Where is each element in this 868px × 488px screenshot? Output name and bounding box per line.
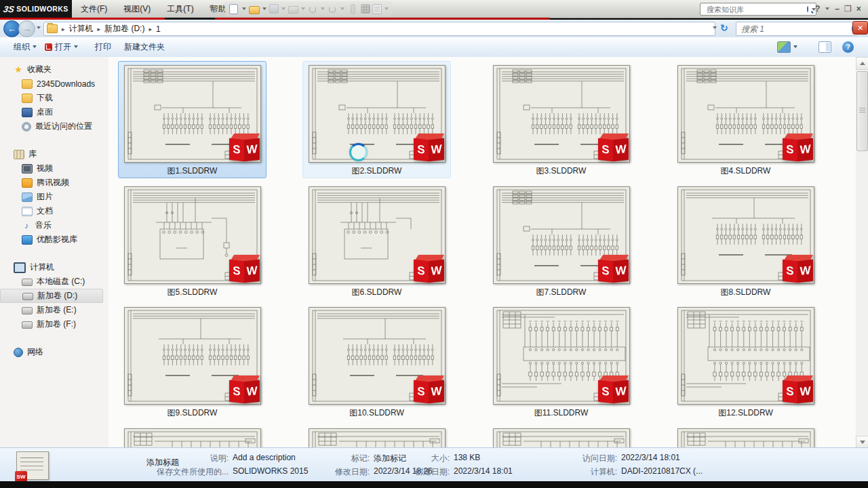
breadcrumb-item-1[interactable]: 新加卷 (D:)	[103, 22, 146, 35]
redo-dropdown-caret[interactable]	[340, 7, 344, 10]
sidebar-item-新加卷 (D:)[interactable]: 新加卷 (D:)	[0, 289, 103, 303]
file-item-图6.SLDDRW[interactable]: SW图6.SLDDRW	[302, 182, 451, 300]
save-icon[interactable]	[269, 4, 279, 14]
menu-item-1[interactable]: 视图(V)	[121, 2, 153, 16]
file-item-partial-13[interactable]	[302, 424, 451, 447]
sidebar-item-label: 腾讯视频	[37, 177, 69, 188]
details-value-3-0: 2022/3/14 18:01	[621, 453, 680, 462]
preview-pane-button[interactable]	[818, 37, 831, 56]
disk-icon	[22, 279, 33, 286]
report-icon[interactable]	[372, 4, 382, 14]
report-dropdown-caret[interactable]	[384, 7, 389, 10]
file-item-partial-12[interactable]	[118, 424, 267, 447]
video-overlay-close-button[interactable]: ✕	[852, 21, 868, 35]
file-item-图1.SLDDRW[interactable]: SW图1.SLDDRW	[118, 61, 267, 178]
file-item-图11.SLDDRW[interactable]: SW图11.SLDDRW	[487, 303, 635, 420]
favorites-star-icon: ★	[14, 66, 23, 74]
sidebar-item-2345Downloads[interactable]: 2345Downloads	[0, 77, 108, 91]
sidebar-item-收藏夹[interactable]: ★收藏夹	[0, 62, 108, 77]
sidebar-item-库[interactable]: 库	[0, 147, 108, 161]
print-dropdown-caret[interactable]	[301, 7, 305, 10]
file-item-图4.SLDDRW[interactable]: SW图4.SLDDRW	[671, 61, 820, 178]
sidebar-item-label: 新加卷 (E:)	[37, 304, 77, 316]
network-icon	[14, 348, 23, 357]
grid-table-icon[interactable]	[361, 4, 370, 14]
file-item-图10.SLDDRW[interactable]: SW图10.SLDDRW	[302, 303, 451, 420]
close-button[interactable]: ×	[856, 4, 861, 14]
sidebar-item-桌面[interactable]: 桌面	[0, 105, 108, 119]
restore-button[interactable]: ❐	[844, 4, 852, 14]
file-thumbnail	[488, 425, 635, 447]
open-file-icon[interactable]	[249, 6, 260, 14]
file-item-图9.SLDDRW[interactable]: SW图9.SLDDRW	[118, 303, 267, 420]
knowledge-search-box[interactable]	[700, 3, 816, 16]
folder-search-box[interactable]	[736, 22, 858, 36]
file-item-图7.SLDDRW[interactable]: SW图7.SLDDRW	[487, 182, 635, 300]
solidworks-cube-icon: SW	[229, 255, 261, 285]
forward-button[interactable]: →	[18, 20, 35, 37]
sidebar-item-网络[interactable]: 网络	[0, 345, 108, 359]
print-icon[interactable]	[288, 6, 298, 14]
new-folder-button[interactable]: 新建文件夹	[124, 37, 165, 56]
solidworks-badge-icon: SW	[15, 471, 27, 482]
sidebar-item-文档[interactable]: 文档	[0, 204, 108, 218]
help-icon[interactable]: ?	[815, 4, 820, 14]
new-document-icon[interactable]	[229, 4, 238, 14]
window-buttons: ? – ❐ ×	[815, 0, 861, 18]
menu-item-0[interactable]: 文件(F)	[79, 2, 109, 16]
sidebar-item-最近访问的位置[interactable]: 最近访问的位置	[0, 119, 108, 134]
scroll-up-button[interactable]	[856, 57, 868, 70]
refresh-button[interactable]: ↻	[720, 22, 728, 33]
open-file-dropdown-caret[interactable]	[262, 7, 267, 10]
pen-icon[interactable]: ✎	[209, 3, 216, 13]
sidebar-item-新加卷 (F:)[interactable]: 新加卷 (F:)	[0, 317, 108, 331]
folder-search-input[interactable]	[740, 24, 849, 35]
save-dropdown-caret[interactable]	[281, 7, 285, 10]
change-view-button[interactable]	[777, 37, 797, 56]
file-item-图8.SLDDRW[interactable]: SW图8.SLDDRW	[671, 182, 820, 300]
details-label-保存文件所使用的: 保存文件所使用的...	[120, 466, 229, 478]
open-button[interactable]: 打开	[45, 37, 78, 56]
minimize-button[interactable]: –	[835, 4, 840, 14]
print-button[interactable]: 打印	[95, 37, 111, 56]
history-dropdown-caret[interactable]	[37, 26, 41, 29]
knowledge-search-input[interactable]	[705, 5, 804, 14]
file-item-图12.SLDDRW[interactable]: SW图12.SLDDRW	[671, 303, 820, 420]
preview-pane-icon	[818, 41, 831, 53]
sidebar-item-视频[interactable]: 视频	[0, 161, 108, 176]
sidebar-item-label: 本地磁盘 (C:)	[37, 276, 85, 287]
sidebar-item-图片[interactable]: 图片	[0, 190, 108, 204]
file-thumbnail	[119, 425, 266, 447]
breadcrumb-item-0[interactable]: 计算机	[68, 22, 95, 35]
file-thumbnail: SW	[672, 62, 819, 164]
file-item-图2.SLDDRW[interactable]: SW图2.SLDDRW	[302, 61, 451, 178]
file-item-图5.SLDDRW[interactable]: SW图5.SLDDRW	[118, 182, 267, 300]
sidebar-item-本地磁盘 (C:)[interactable]: 本地磁盘 (C:)	[0, 274, 108, 289]
sidebar-item-下载[interactable]: 下载	[0, 91, 108, 105]
details-value-0-0[interactable]: Add a description	[233, 453, 296, 462]
breadcrumb[interactable]: ▸计算机▸新加卷 (D:)▸1	[43, 22, 715, 36]
address-dropdown-caret[interactable]	[713, 26, 717, 29]
help-dropdown-caret[interactable]	[825, 7, 829, 10]
file-item-partial-14[interactable]	[487, 424, 635, 447]
sidebar-item-新加卷 (E:)[interactable]: 新加卷 (E:)	[0, 303, 108, 317]
undo-dropdown-caret[interactable]	[321, 7, 325, 10]
sidebar-item-优酷影视库[interactable]: 优酷影视库	[0, 232, 108, 247]
sidebar-item-计算机[interactable]: 计算机	[0, 260, 108, 274]
file-item-partial-15[interactable]	[671, 424, 820, 447]
file-name-label: 图4.SLDDRW	[672, 165, 819, 177]
breadcrumb-item-2[interactable]: 1	[155, 24, 162, 35]
scrollbar-thumb[interactable]	[856, 71, 868, 151]
sidebar-item-腾讯视频[interactable]: 腾讯视频	[0, 176, 108, 190]
menu-item-2[interactable]: 工具(T)	[165, 2, 195, 16]
new-document-dropdown-caret[interactable]	[242, 7, 246, 10]
file-item-图3.SLDDRW[interactable]: SW图3.SLDDRW	[487, 61, 635, 178]
sidebar-item-音乐[interactable]: ♪音乐	[0, 218, 108, 232]
help-button[interactable]: ?	[842, 37, 854, 56]
redo-icon[interactable]	[328, 4, 338, 14]
undo-icon[interactable]	[308, 4, 318, 14]
organize-button[interactable]: 组织	[14, 37, 37, 56]
attach-icon[interactable]	[351, 4, 355, 14]
vertical-scrollbar[interactable]	[856, 57, 868, 447]
search-icon[interactable]	[807, 6, 808, 12]
